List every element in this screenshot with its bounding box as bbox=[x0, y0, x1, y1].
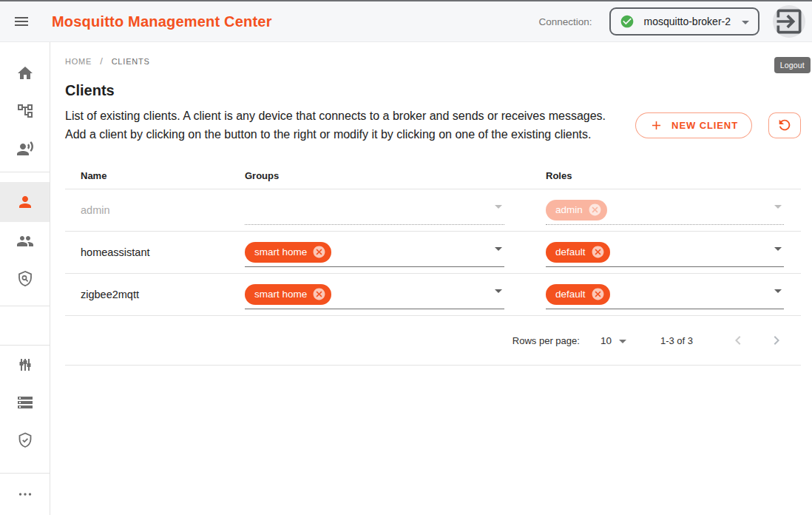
sidebar-item-client-connections[interactable] bbox=[0, 129, 50, 167]
new-client-button[interactable]: NEW CLIENT bbox=[635, 112, 752, 138]
chevron-down-icon bbox=[742, 21, 749, 24]
sidebar-item-clients[interactable] bbox=[0, 182, 50, 222]
logout-tooltip: Logout bbox=[774, 57, 811, 73]
client-name: zigbee2mqtt bbox=[65, 274, 229, 315]
new-client-label: NEW CLIENT bbox=[671, 120, 738, 131]
groups-select[interactable]: smart home bbox=[245, 280, 504, 309]
chevron-down-icon bbox=[619, 340, 626, 343]
connection-select[interactable]: mosquitto-broker-2 bbox=[609, 7, 760, 36]
groups-select bbox=[245, 195, 504, 225]
chevron-down-icon[interactable] bbox=[774, 289, 782, 293]
menu-icon[interactable] bbox=[13, 13, 30, 30]
chevron-down-icon bbox=[495, 205, 502, 209]
main-content: HOME / CLIENTS Clients List of existing … bbox=[50, 42, 812, 515]
table-pagination: Rows per page: 10 1-3 of 3 bbox=[65, 316, 801, 366]
clients-table: Name Groups Roles admin admin bbox=[65, 163, 801, 366]
roles-select[interactable]: default bbox=[546, 238, 784, 267]
group-icon bbox=[16, 232, 34, 250]
table-row[interactable]: admin admin bbox=[65, 189, 801, 232]
role-chip: admin bbox=[546, 200, 607, 221]
sidebar-item-roles[interactable] bbox=[0, 260, 50, 297]
storage-list-icon bbox=[16, 394, 34, 411]
topology-icon bbox=[16, 102, 34, 120]
chip-label: smart home bbox=[254, 246, 307, 258]
column-name: Name bbox=[65, 170, 229, 181]
sidebar-item-more[interactable] bbox=[0, 474, 50, 515]
roles-select: admin bbox=[546, 195, 784, 225]
logout-button[interactable] bbox=[773, 5, 805, 38]
chip-label: admin bbox=[555, 204, 583, 215]
groups-select[interactable]: smart home bbox=[245, 238, 504, 267]
chevron-down-icon bbox=[774, 205, 782, 209]
client-name: admin bbox=[65, 189, 229, 231]
role-chip: default bbox=[546, 242, 610, 263]
sidebar-item-groups[interactable] bbox=[0, 222, 50, 260]
breadcrumb-clients: CLIENTS bbox=[112, 57, 150, 66]
refresh-icon bbox=[777, 117, 793, 133]
chip-delete-icon bbox=[588, 203, 602, 217]
rows-per-page-label: Rows per page: bbox=[512, 335, 580, 346]
check-circle-icon bbox=[620, 14, 635, 29]
table-row[interactable]: zigbee2mqtt smart home default bbox=[65, 274, 801, 316]
chip-delete-icon[interactable] bbox=[591, 245, 605, 259]
home-icon bbox=[16, 64, 34, 82]
exit-icon bbox=[773, 5, 805, 38]
chevron-right-icon bbox=[768, 331, 785, 349]
chevron-down-icon[interactable] bbox=[774, 247, 782, 251]
column-groups: Groups bbox=[229, 170, 530, 181]
sidebar-divider bbox=[0, 306, 50, 306]
pagination-range: 1-3 of 3 bbox=[660, 335, 693, 346]
sliders-icon bbox=[16, 356, 34, 374]
page-title: Clients bbox=[65, 82, 801, 99]
page-description: List of existing clients. A client is an… bbox=[65, 107, 629, 144]
sidebar-item-settings[interactable] bbox=[0, 346, 50, 383]
chip-delete-icon[interactable] bbox=[591, 287, 605, 301]
client-broadcast-icon bbox=[16, 140, 34, 158]
chip-label: default bbox=[555, 246, 586, 258]
chevron-left-icon bbox=[729, 331, 747, 349]
roles-select[interactable]: default bbox=[546, 280, 784, 309]
rows-per-page-select[interactable]: 10 bbox=[600, 335, 626, 346]
shield-search-icon bbox=[16, 270, 34, 288]
group-chip: smart home bbox=[245, 284, 331, 305]
refresh-button[interactable] bbox=[768, 112, 801, 138]
person-icon bbox=[16, 193, 34, 211]
breadcrumb-separator: / bbox=[100, 55, 103, 67]
connection-value: mosquitto-broker-2 bbox=[644, 16, 731, 27]
shield-check-icon bbox=[16, 431, 34, 449]
rows-per-page-value: 10 bbox=[600, 335, 612, 346]
sidebar-item-home[interactable] bbox=[0, 54, 50, 92]
sidebar bbox=[0, 42, 50, 515]
sidebar-item-topology[interactable] bbox=[0, 92, 50, 129]
column-roles: Roles bbox=[530, 170, 801, 181]
chip-label: default bbox=[555, 289, 586, 300]
connection-label: Connection: bbox=[538, 16, 592, 27]
table-row[interactable]: homeassistant smart home default bbox=[65, 232, 801, 274]
previous-page-button[interactable] bbox=[729, 331, 747, 349]
chip-label: smart home bbox=[254, 289, 307, 300]
breadcrumb-home[interactable]: HOME bbox=[65, 57, 92, 66]
table-header: Name Groups Roles bbox=[65, 163, 801, 189]
sidebar-divider bbox=[0, 172, 50, 172]
plus-icon bbox=[649, 118, 663, 132]
app-title: Mosquitto Management Center bbox=[52, 13, 272, 30]
next-page-button[interactable] bbox=[768, 331, 785, 349]
role-chip: default bbox=[546, 284, 610, 305]
sidebar-item-security[interactable] bbox=[0, 421, 50, 459]
group-chip: smart home bbox=[245, 242, 331, 263]
app-bar: Mosquitto Management Center Connection: … bbox=[0, 0, 812, 42]
breadcrumb: HOME / CLIENTS bbox=[65, 55, 801, 67]
client-name: homeassistant bbox=[65, 232, 229, 273]
chip-delete-icon[interactable] bbox=[312, 287, 326, 301]
chip-delete-icon[interactable] bbox=[312, 245, 326, 259]
more-icon bbox=[16, 485, 34, 503]
chevron-down-icon[interactable] bbox=[495, 289, 502, 293]
chevron-down-icon[interactable] bbox=[495, 247, 502, 251]
sidebar-item-logs[interactable] bbox=[0, 383, 50, 421]
